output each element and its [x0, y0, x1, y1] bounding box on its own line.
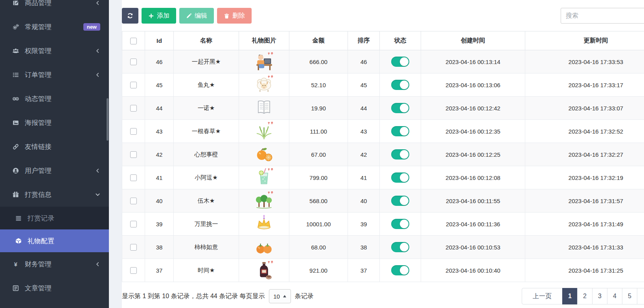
status-toggle[interactable] [391, 196, 409, 206]
sidebar-item-订单管理[interactable]: 订单管理 [0, 63, 109, 87]
cell-updated: 2023-04-16 17:31:33 [525, 236, 644, 259]
yen-icon: ¥ [12, 261, 20, 268]
cell-sort: 43 [348, 120, 380, 143]
cell-gift-image [239, 259, 289, 282]
status-toggle[interactable] [391, 149, 409, 160]
column-header-礼物图片: 礼物图片 [239, 31, 289, 50]
status-toggle[interactable] [391, 172, 409, 183]
cell-sort: 41 [348, 166, 380, 189]
chevron-left-icon [95, 168, 100, 173]
cell-amount: 68.00 [289, 236, 348, 259]
cell-id: 46 [145, 50, 174, 73]
gift-image-sheep [239, 74, 289, 96]
select-all-checkbox[interactable] [130, 38, 137, 44]
cell-sort: 37 [348, 259, 380, 282]
status-toggle[interactable] [391, 57, 409, 67]
row-checkbox[interactable] [130, 105, 137, 112]
cell-amount: 111.00 [289, 120, 348, 143]
sidebar-scrollbar[interactable] [107, 98, 109, 141]
status-toggle[interactable] [391, 103, 409, 113]
pagination-summary-text: 显示第 1 到第 10 条记录，总共 44 条记录 每页显示 [122, 292, 265, 301]
page-button-4[interactable]: 4 [607, 288, 622, 304]
sidebar-item-label: 文章管理 [25, 284, 100, 293]
delete-button[interactable]: 删除 [217, 8, 252, 24]
sidebar-item-常规管理[interactable]: 常规管理new [0, 15, 109, 39]
toolbar: 添加 编辑 删除 [122, 8, 644, 25]
pagination-summary-suffix: 条记录 [295, 292, 314, 301]
sidebar-item-文章管理[interactable]: 文章管理 [0, 276, 109, 300]
user-circle-icon [12, 167, 20, 174]
sidebar-item-打赏记录[interactable]: 打赏记录 [0, 207, 109, 229]
cell-status [380, 189, 421, 213]
row-checkbox[interactable] [130, 82, 137, 88]
row-checkbox[interactable] [130, 174, 137, 181]
page-size-select[interactable]: 10 [269, 289, 291, 303]
refresh-button[interactable] [122, 8, 138, 24]
sidebar-item-label: 订单管理 [25, 70, 95, 79]
cell-id: 38 [145, 236, 174, 259]
page-button-3[interactable]: 3 [592, 288, 607, 304]
cell-select [122, 236, 145, 259]
svg-text:¥: ¥ [14, 261, 18, 268]
gift-image-open-book [239, 97, 289, 119]
cell-gift-image [239, 236, 289, 259]
column-header-金额: 金额 [289, 31, 348, 50]
sidebar-item-商品管理[interactable]: 商品管理 [0, 0, 109, 15]
cell-name: 万里挑一 [174, 213, 239, 236]
table-row: 40伍木★568.00402023-04-16 00:11:552023-04-… [122, 189, 644, 213]
sidebar-item-用户管理[interactable]: 用户管理 [0, 159, 109, 183]
table-row: 39万里挑一10001.00392023-04-16 00:11:362023-… [122, 213, 644, 236]
cell-select [122, 166, 145, 189]
article-icon [12, 285, 20, 292]
row-checkbox[interactable] [130, 267, 137, 274]
sidebar-item-权限管理[interactable]: 权限管理 [0, 39, 109, 63]
row-checkbox[interactable] [130, 128, 137, 135]
row-checkbox[interactable] [130, 151, 137, 158]
sidebar-item-财务管理[interactable]: ¥财务管理 [0, 252, 109, 276]
status-toggle[interactable] [391, 219, 409, 229]
new-badge: new [83, 23, 100, 31]
book-icon [12, 0, 20, 6]
row-checkbox[interactable] [130, 198, 137, 204]
cell-name: 心想事橙 [174, 143, 239, 166]
sidebar-item-礼物配置[interactable]: 礼物配置 [0, 229, 109, 252]
image-icon [12, 119, 20, 126]
sidebar-item-动态管理[interactable]: 动态管理 [0, 87, 109, 111]
cell-updated: 2023-04-16 17:31:49 [525, 213, 644, 236]
sidebar-item-打赏信息[interactable]: 打赏信息 [0, 183, 109, 207]
gift-image-crown [239, 213, 289, 235]
delete-button-label: 删除 [232, 12, 245, 20]
sidebar-item-海报管理[interactable]: 海报管理 [0, 111, 109, 135]
cell-name: 鱼丸★ [174, 73, 239, 97]
status-toggle[interactable] [391, 126, 409, 136]
eyes-icon [12, 95, 20, 102]
pagination: 上一页12345下一页 [522, 288, 644, 304]
cell-created: 2023-04-16 00:10:53 [421, 236, 525, 259]
status-toggle[interactable] [391, 80, 409, 90]
row-checkbox[interactable] [130, 244, 137, 251]
sidebar-item-label: 打赏记录 [28, 214, 100, 223]
column-header-状态: 状态 [380, 31, 421, 50]
column-header-排序: 排序 [348, 31, 380, 50]
gift-image-persimmons [239, 236, 289, 258]
app-window: 商品管理常规管理new权限管理订单管理动态管理海报管理友情链接用户管理打赏信息打… [0, 0, 644, 308]
row-checkbox[interactable] [130, 59, 137, 65]
cell-created: 2023-04-16 00:13:14 [421, 50, 525, 73]
row-checkbox[interactable] [130, 221, 137, 227]
cell-sort: 39 [348, 213, 380, 236]
cell-select [122, 73, 145, 97]
status-toggle[interactable] [391, 242, 409, 252]
sidebar-item-友情链接[interactable]: 友情链接 [0, 135, 109, 159]
page-button-2[interactable]: 2 [577, 288, 592, 304]
gift-image-person-computer [239, 51, 289, 73]
search-input[interactable] [561, 8, 644, 24]
table-header-row: Id名称礼物图片金额排序状态创建时间更新时间 [122, 31, 644, 50]
page-button-1[interactable]: 1 [562, 288, 578, 304]
prev-page-button[interactable]: 上一页 [522, 288, 563, 304]
add-button-label: 添加 [157, 12, 169, 20]
edit-button[interactable]: 编辑 [179, 8, 214, 24]
add-button[interactable]: 添加 [142, 8, 176, 24]
status-toggle[interactable] [391, 265, 409, 275]
next-page-button[interactable]: 下一页 [637, 288, 644, 304]
page-button-5[interactable]: 5 [622, 288, 637, 304]
